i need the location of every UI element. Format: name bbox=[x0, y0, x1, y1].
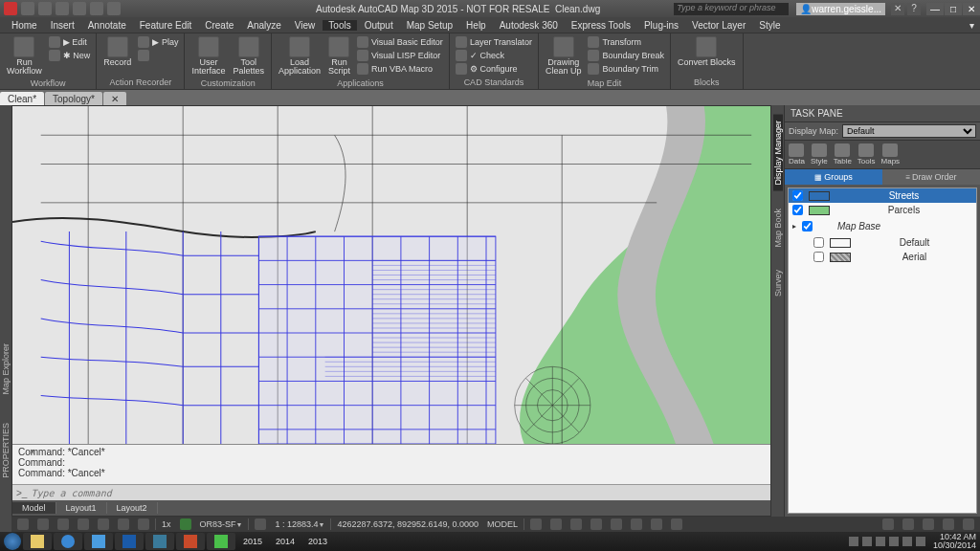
taskpane-tool-maps[interactable]: Maps bbox=[881, 143, 901, 165]
exchange-apps-icon[interactable]: ✕ bbox=[891, 3, 904, 15]
document-tab[interactable]: Clean* bbox=[0, 92, 44, 105]
layer-visible-checkbox[interactable] bbox=[792, 205, 803, 215]
status-tray-icon[interactable] bbox=[920, 518, 937, 531]
ribbon-button[interactable] bbox=[136, 49, 180, 62]
palette-tab-properties[interactable]: PROPERTIES bbox=[1, 423, 11, 478]
status-osnap-icon[interactable] bbox=[115, 518, 132, 531]
ribbon-button[interactable]: ▶ Edit bbox=[47, 35, 93, 49]
status-scale-mode[interactable]: 1x bbox=[159, 518, 174, 531]
status-coord-system[interactable]: OR83-SF▼ bbox=[197, 518, 246, 531]
menu-tab-vector-layer[interactable]: Vector Layer bbox=[686, 20, 751, 31]
menu-tab-plug-ins[interactable]: Plug-ins bbox=[638, 20, 684, 31]
menu-tab-annotate[interactable]: Annotate bbox=[82, 20, 132, 31]
layer-group-header[interactable]: ▸Map Base bbox=[789, 217, 976, 235]
help-icon[interactable]: ? bbox=[907, 3, 921, 15]
palette-tab-map-explorer[interactable]: Map Explorer bbox=[1, 343, 11, 395]
ribbon-button[interactable]: Run Workflow bbox=[4, 35, 45, 77]
palette-tab-survey[interactable]: Survey bbox=[773, 264, 783, 302]
status-space[interactable]: MODEL bbox=[484, 518, 521, 531]
ribbon-button[interactable]: Load Application bbox=[276, 35, 323, 77]
status-misc-icon[interactable] bbox=[668, 518, 685, 531]
system-clock[interactable]: 10:42 AM10/30/2014 bbox=[933, 533, 976, 550]
status-cleanscreen-icon[interactable] bbox=[960, 518, 977, 531]
drawing-canvas[interactable] bbox=[12, 106, 770, 444]
document-tab[interactable]: Topology* bbox=[45, 92, 102, 105]
tray-volume-icon[interactable] bbox=[916, 537, 925, 546]
start-button[interactable] bbox=[4, 533, 21, 550]
menu-tab-map-setup[interactable]: Map Setup bbox=[401, 20, 458, 31]
ribbon-button[interactable]: ⚙ Configure bbox=[454, 62, 534, 76]
ribbon-button[interactable]: Visual Basic Editor bbox=[355, 35, 445, 49]
display-map-select[interactable]: Default bbox=[842, 124, 976, 138]
menu-tab-help[interactable]: Help bbox=[460, 20, 492, 31]
command-input[interactable] bbox=[31, 488, 767, 498]
status-tray-icon[interactable] bbox=[900, 518, 917, 531]
palette-tab-map-book[interactable]: Map Book bbox=[773, 203, 783, 253]
layer-row[interactable]: Parcels bbox=[789, 203, 976, 217]
help-search-input[interactable]: Type a keyword or phrase bbox=[674, 3, 789, 15]
taskpane-tool-data[interactable]: Data bbox=[789, 143, 805, 165]
tray-icon[interactable] bbox=[876, 537, 885, 546]
layer-row[interactable]: Aerial bbox=[789, 250, 976, 264]
taskbar-ie-icon[interactable] bbox=[54, 533, 82, 550]
tray-icon[interactable] bbox=[862, 537, 872, 546]
status-misc-icon[interactable] bbox=[628, 518, 645, 531]
status-otrack-icon[interactable] bbox=[135, 518, 152, 531]
status-layout-icon[interactable] bbox=[14, 518, 32, 531]
menu-tab-create[interactable]: Create bbox=[199, 20, 239, 31]
ribbon-button[interactable]: ✓ Check bbox=[454, 49, 534, 62]
system-tray[interactable] bbox=[849, 537, 925, 546]
taskbar-powerpoint-icon[interactable] bbox=[176, 533, 205, 550]
app-menu-a-icon[interactable] bbox=[4, 2, 17, 15]
status-grid-icon[interactable] bbox=[34, 518, 52, 531]
status-misc-icon[interactable] bbox=[588, 518, 605, 531]
ribbon-minimize-icon[interactable]: ▾ bbox=[964, 20, 980, 31]
taskpane-tool-table[interactable]: Table bbox=[834, 143, 852, 165]
taskbar-filemgr-icon[interactable] bbox=[23, 533, 52, 550]
tray-icon[interactable] bbox=[889, 537, 899, 546]
status-misc-icon[interactable] bbox=[527, 518, 545, 531]
ribbon-button[interactable]: Visual LISP Editor bbox=[355, 49, 445, 62]
ribbon-button[interactable]: Boundary Break bbox=[586, 49, 666, 62]
taskbar-label[interactable]: 2015 bbox=[237, 537, 268, 546]
palette-tab-display-manager[interactable]: Display Manager bbox=[773, 115, 783, 191]
tray-network-icon[interactable] bbox=[902, 537, 912, 546]
toggle-groups[interactable]: ▦Groups bbox=[785, 169, 882, 185]
ribbon-button[interactable]: Convert Blocks bbox=[675, 35, 739, 68]
status-annoscale-icon[interactable] bbox=[252, 518, 269, 531]
taskbar-recorder-icon[interactable] bbox=[207, 533, 235, 550]
taskbar-skype-icon[interactable] bbox=[84, 533, 113, 550]
window-maximize-button[interactable]: □ bbox=[945, 3, 962, 15]
layer-visible-checkbox[interactable] bbox=[813, 237, 824, 248]
layer-visible-checkbox[interactable] bbox=[792, 190, 803, 201]
ribbon-button[interactable]: Run VBA Macro bbox=[355, 62, 445, 76]
menu-tab-view[interactable]: View bbox=[289, 20, 322, 31]
qat-open-icon[interactable] bbox=[38, 2, 52, 15]
layout-tab[interactable]: Layout2 bbox=[107, 502, 158, 514]
menu-tab-insert[interactable]: Insert bbox=[45, 20, 80, 31]
signed-in-user[interactable]: 👤 warren.geissle... bbox=[796, 3, 885, 15]
status-misc-icon[interactable] bbox=[547, 518, 565, 531]
layer-row[interactable]: Streets bbox=[789, 188, 976, 203]
taskpane-tool-tools[interactable]: Tools bbox=[858, 143, 876, 165]
status-misc-icon[interactable] bbox=[648, 518, 665, 531]
menu-tab-tools[interactable]: Tools bbox=[323, 20, 356, 31]
ribbon-button[interactable]: Tool Palettes bbox=[230, 35, 267, 77]
menu-tab-feature-edit[interactable]: Feature Edit bbox=[134, 20, 197, 31]
ribbon-button[interactable]: Layer Translator bbox=[454, 35, 534, 49]
status-tray-icon[interactable] bbox=[880, 518, 897, 531]
status-cs-icon[interactable] bbox=[177, 518, 194, 531]
ribbon-button[interactable]: Run Script bbox=[325, 35, 353, 77]
ribbon-button[interactable]: ✱ New bbox=[47, 49, 93, 62]
window-minimize-button[interactable]: — bbox=[926, 3, 944, 15]
status-polar-icon[interactable] bbox=[95, 518, 112, 531]
ribbon-button[interactable]: Record bbox=[100, 35, 134, 68]
command-line[interactable]: >_ bbox=[12, 484, 770, 500]
taskbar-label[interactable]: 2013 bbox=[302, 537, 333, 546]
doc-tab-close-icon[interactable]: ✕ bbox=[103, 92, 126, 105]
taskpane-tool-style[interactable]: Style bbox=[811, 143, 828, 165]
taskbar-label[interactable]: 2014 bbox=[270, 537, 301, 546]
qat-redo-icon[interactable] bbox=[90, 2, 103, 15]
qat-new-icon[interactable] bbox=[21, 2, 34, 15]
layers-tree[interactable]: StreetsParcels▸Map BaseDefaultAerial bbox=[788, 187, 977, 514]
